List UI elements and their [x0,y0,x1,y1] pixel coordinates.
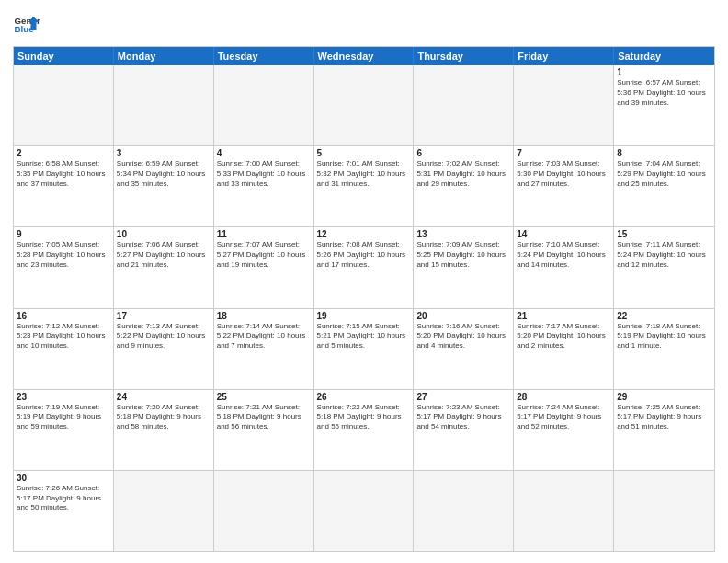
day-info: Sunrise: 7:20 AM Sunset: 5:18 PM Dayligh… [117,403,210,432]
calendar-body: 1Sunrise: 6:57 AM Sunset: 5:36 PM Daylig… [14,65,714,551]
cal-cell: 1Sunrise: 6:57 AM Sunset: 5:36 PM Daylig… [614,65,714,145]
cal-cell: 3Sunrise: 6:59 AM Sunset: 5:34 PM Daylig… [114,146,214,226]
cal-cell: 6Sunrise: 7:02 AM Sunset: 5:31 PM Daylig… [414,146,514,226]
week-row-4: 16Sunrise: 7:12 AM Sunset: 5:23 PM Dayli… [14,308,714,389]
day-info: Sunrise: 7:16 AM Sunset: 5:20 PM Dayligh… [416,322,510,351]
calendar-header: SundayMondayTuesdayWednesdayThursdayFrid… [14,47,714,65]
cal-cell: 20Sunrise: 7:16 AM Sunset: 5:20 PM Dayli… [414,309,514,389]
day-header-thursday: Thursday [414,47,514,65]
cal-cell [614,471,714,551]
day-header-friday: Friday [514,47,614,65]
cal-cell: 11Sunrise: 7:07 AM Sunset: 5:27 PM Dayli… [214,227,314,307]
day-number: 28 [517,392,610,402]
day-info: Sunrise: 7:00 AM Sunset: 5:33 PM Dayligh… [217,159,311,189]
day-number: 4 [217,148,311,158]
cal-cell: 15Sunrise: 7:11 AM Sunset: 5:24 PM Dayli… [614,227,714,307]
day-info: Sunrise: 7:06 AM Sunset: 5:27 PM Dayligh… [117,240,210,270]
cal-cell: 2Sunrise: 6:58 AM Sunset: 5:35 PM Daylig… [14,146,114,226]
day-info: Sunrise: 6:58 AM Sunset: 5:35 PM Dayligh… [17,159,110,189]
cal-cell: 18Sunrise: 7:14 AM Sunset: 5:22 PM Dayli… [214,309,314,389]
day-number: 22 [617,311,711,321]
day-number: 12 [317,229,411,239]
cal-cell: 30Sunrise: 7:26 AM Sunset: 5:17 PM Dayli… [14,471,114,551]
day-info: Sunrise: 7:13 AM Sunset: 5:22 PM Dayligh… [117,322,210,351]
day-number: 11 [217,229,311,239]
day-info: Sunrise: 7:04 AM Sunset: 5:29 PM Dayligh… [617,159,711,189]
cal-cell: 21Sunrise: 7:17 AM Sunset: 5:20 PM Dayli… [514,309,614,389]
day-info: Sunrise: 7:14 AM Sunset: 5:22 PM Dayligh… [217,322,311,351]
cal-cell: 19Sunrise: 7:15 AM Sunset: 5:21 PM Dayli… [314,309,415,389]
day-info: Sunrise: 7:26 AM Sunset: 5:17 PM Dayligh… [17,484,110,513]
day-header-sunday: Sunday [14,47,114,65]
day-number: 21 [517,311,610,321]
cal-cell: 26Sunrise: 7:22 AM Sunset: 5:18 PM Dayli… [314,390,415,470]
day-info: Sunrise: 7:03 AM Sunset: 5:30 PM Dayligh… [517,159,610,189]
day-number: 1 [617,67,711,77]
cal-cell [214,471,314,551]
day-info: Sunrise: 7:21 AM Sunset: 5:18 PM Dayligh… [217,403,311,432]
day-info: Sunrise: 7:08 AM Sunset: 5:26 PM Dayligh… [317,240,411,270]
cal-cell: 5Sunrise: 7:01 AM Sunset: 5:32 PM Daylig… [314,146,415,226]
cal-cell: 22Sunrise: 7:18 AM Sunset: 5:19 PM Dayli… [614,309,714,389]
day-info: Sunrise: 7:11 AM Sunset: 5:24 PM Dayligh… [617,240,711,270]
calendar: SundayMondayTuesdayWednesdayThursdayFrid… [13,46,715,552]
cal-cell: 8Sunrise: 7:04 AM Sunset: 5:29 PM Daylig… [614,146,714,226]
day-number: 27 [416,392,510,402]
day-info: Sunrise: 7:09 AM Sunset: 5:25 PM Dayligh… [416,240,510,270]
day-number: 24 [117,392,210,402]
cal-cell [114,471,214,551]
day-number: 18 [217,311,311,321]
cal-cell: 17Sunrise: 7:13 AM Sunset: 5:22 PM Dayli… [114,309,214,389]
day-info: Sunrise: 7:23 AM Sunset: 5:17 PM Dayligh… [416,403,510,432]
cal-cell: 14Sunrise: 7:10 AM Sunset: 5:24 PM Dayli… [514,227,614,307]
cal-cell: 27Sunrise: 7:23 AM Sunset: 5:17 PM Dayli… [414,390,514,470]
day-info: Sunrise: 6:57 AM Sunset: 5:36 PM Dayligh… [617,78,711,108]
day-info: Sunrise: 7:12 AM Sunset: 5:23 PM Dayligh… [17,322,110,351]
day-info: Sunrise: 7:22 AM Sunset: 5:18 PM Dayligh… [317,403,411,432]
cal-cell [114,65,214,145]
day-header-wednesday: Wednesday [314,47,415,65]
calendar-page: General Blue SundayMondayTuesdayWednesda… [0,0,728,563]
cal-cell: 16Sunrise: 7:12 AM Sunset: 5:23 PM Dayli… [14,309,114,389]
day-header-monday: Monday [114,47,214,65]
day-number: 15 [617,229,711,239]
day-info: Sunrise: 7:02 AM Sunset: 5:31 PM Dayligh… [416,159,510,189]
week-row-3: 9Sunrise: 7:05 AM Sunset: 5:28 PM Daylig… [14,226,714,307]
cal-cell: 12Sunrise: 7:08 AM Sunset: 5:26 PM Dayli… [314,227,415,307]
day-number: 8 [617,148,711,158]
cal-cell: 4Sunrise: 7:00 AM Sunset: 5:33 PM Daylig… [214,146,314,226]
cal-cell: 9Sunrise: 7:05 AM Sunset: 5:28 PM Daylig… [14,227,114,307]
cal-cell: 13Sunrise: 7:09 AM Sunset: 5:25 PM Dayli… [414,227,514,307]
day-number: 9 [17,229,110,239]
day-info: Sunrise: 7:15 AM Sunset: 5:21 PM Dayligh… [317,322,411,351]
cal-cell [514,471,614,551]
day-number: 17 [117,311,210,321]
cal-cell: 29Sunrise: 7:25 AM Sunset: 5:17 PM Dayli… [614,390,714,470]
day-number: 7 [517,148,610,158]
day-number: 19 [317,311,411,321]
cal-cell [414,471,514,551]
cal-cell [214,65,314,145]
logo-icon: General Blue [13,11,40,39]
day-number: 20 [416,311,510,321]
day-info: Sunrise: 7:25 AM Sunset: 5:17 PM Dayligh… [617,403,711,432]
day-number: 13 [416,229,510,239]
cal-cell [14,65,114,145]
cal-cell: 25Sunrise: 7:21 AM Sunset: 5:18 PM Dayli… [214,390,314,470]
day-number: 10 [117,229,210,239]
week-row-1: 1Sunrise: 6:57 AM Sunset: 5:36 PM Daylig… [14,65,714,145]
day-header-tuesday: Tuesday [214,47,314,65]
day-info: Sunrise: 7:18 AM Sunset: 5:19 PM Dayligh… [617,322,711,351]
cal-cell [414,65,514,145]
cal-cell: 23Sunrise: 7:19 AM Sunset: 5:19 PM Dayli… [14,390,114,470]
day-number: 23 [17,392,110,402]
day-info: Sunrise: 6:59 AM Sunset: 5:34 PM Dayligh… [117,159,210,189]
cal-cell [314,65,415,145]
cal-cell: 10Sunrise: 7:06 AM Sunset: 5:27 PM Dayli… [114,227,214,307]
day-info: Sunrise: 7:10 AM Sunset: 5:24 PM Dayligh… [517,240,610,270]
cal-cell: 28Sunrise: 7:24 AM Sunset: 5:17 PM Dayli… [514,390,614,470]
cal-cell [514,65,614,145]
day-number: 5 [317,148,411,158]
day-number: 30 [17,473,110,483]
day-header-saturday: Saturday [614,47,714,65]
